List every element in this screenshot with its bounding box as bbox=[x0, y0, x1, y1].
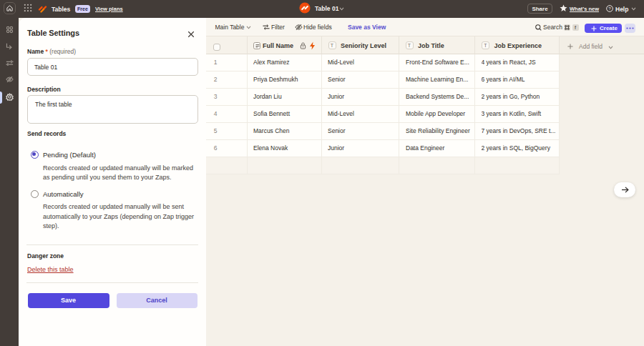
svg-text:?: ? bbox=[608, 6, 611, 11]
